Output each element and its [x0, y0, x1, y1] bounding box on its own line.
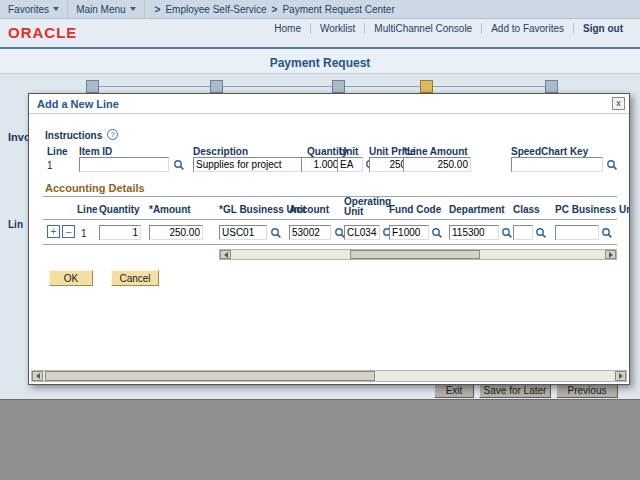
- page-title: Payment Request: [270, 56, 371, 70]
- exit-button[interactable]: Exit: [434, 384, 474, 398]
- col-header-class: Class: [513, 204, 540, 215]
- add-new-line-dialog: Add a New Line x Instructions ? Line Ite…: [28, 93, 630, 385]
- scroll-left-button[interactable]: [220, 250, 231, 259]
- item-id-label: Item ID: [79, 146, 112, 157]
- instructions-label: Instructions: [45, 130, 102, 141]
- multichannel-console-link[interactable]: MultiChannel Console: [365, 23, 482, 34]
- grid-header-border: [43, 219, 617, 220]
- header-links: Home Worklist MultiChannel Console Add t…: [265, 23, 632, 34]
- col-header-department: Department: [449, 204, 505, 215]
- oracle-logo: ORACLE: [8, 24, 77, 41]
- speedchart-lookup-icon[interactable]: [605, 157, 619, 172]
- wizard-step-1: [86, 80, 99, 93]
- triangle-left-icon: [224, 252, 228, 258]
- dialog-divider: [29, 113, 629, 114]
- add-row-button[interactable]: +: [47, 225, 60, 238]
- background-section-label: Invo: [8, 131, 30, 143]
- department-lookup-icon[interactable]: [500, 225, 514, 240]
- delete-row-button[interactable]: –: [62, 225, 75, 238]
- chevron-down-icon: [130, 7, 136, 11]
- help-icon[interactable]: ?: [107, 129, 118, 140]
- favorites-label: Favorites: [8, 4, 49, 15]
- save-for-later-button[interactable]: Save for Later: [479, 384, 551, 398]
- wizard-step-4-active: [420, 80, 433, 93]
- triangle-right-icon: [609, 252, 613, 258]
- screen: Favorites Main Menu > Employee Self-Serv…: [0, 0, 640, 480]
- title-band: Payment Request: [0, 49, 640, 74]
- line-number-value: 1: [47, 160, 53, 171]
- background-label: Lin: [8, 219, 23, 230]
- dialog-title: Add a New Line: [37, 98, 119, 110]
- row-fund-code-field[interactable]: [389, 225, 429, 240]
- description-label: Description: [193, 146, 248, 157]
- row-gl-business-unit-field[interactable]: [219, 225, 267, 240]
- add-to-favorites-link[interactable]: Add to Favorites: [482, 23, 574, 34]
- line-label: Line: [47, 146, 68, 157]
- line-amount-label: *Line Amount: [403, 146, 468, 157]
- col-header-fund-code: Fund Code: [389, 204, 441, 215]
- class-lookup-icon[interactable]: [534, 225, 548, 240]
- col-header-operating-unit: Operating Unit: [344, 197, 390, 217]
- wizard-step-2: [210, 80, 223, 93]
- grid-bottom-border: [43, 244, 617, 245]
- grid-top-border: [43, 196, 617, 197]
- scrollbar-thumb[interactable]: [350, 250, 480, 259]
- item-id-lookup-icon[interactable]: [172, 157, 186, 172]
- wizard-step-5: [545, 80, 558, 93]
- chevron-down-icon: [53, 7, 59, 11]
- triangle-left-icon: [36, 373, 40, 379]
- col-header-account: Account: [289, 204, 329, 215]
- wizard-line: [92, 86, 552, 87]
- worklist-link[interactable]: Worklist: [311, 23, 365, 34]
- unit-field[interactable]: [337, 157, 363, 172]
- row-line-number: 1: [81, 228, 87, 239]
- breadcrumb-payment-request-center[interactable]: Payment Request Center: [282, 4, 394, 15]
- previous-button[interactable]: Previous: [556, 384, 618, 398]
- main-menu-label: Main Menu: [76, 4, 125, 15]
- sign-out-link[interactable]: Sign out: [574, 23, 632, 34]
- dialog-horizontal-scrollbar[interactable]: [31, 370, 627, 382]
- grid-horizontal-scrollbar[interactable]: [219, 249, 617, 260]
- row-department-field[interactable]: [449, 225, 499, 240]
- close-icon[interactable]: x: [612, 97, 625, 110]
- row-class-field[interactable]: [513, 225, 533, 240]
- col-header-pc-business-unit: PC Business Unit: [555, 204, 630, 215]
- triangle-right-icon: [619, 373, 623, 379]
- col-header-quantity: Quantity: [99, 204, 140, 215]
- gl-business-unit-lookup-icon[interactable]: [269, 225, 283, 240]
- speedchart-key-field[interactable]: [511, 157, 603, 172]
- item-id-field[interactable]: [79, 157, 169, 172]
- row-account-field[interactable]: [289, 225, 331, 240]
- fund-code-lookup-icon[interactable]: [430, 225, 444, 240]
- scroll-left-button[interactable]: [32, 371, 43, 381]
- breadcrumb-employee-self-service[interactable]: Employee Self-Service: [165, 4, 266, 15]
- col-header-line: Line: [77, 204, 98, 215]
- favorites-menu[interactable]: Favorites: [0, 0, 68, 18]
- main-menu[interactable]: Main Menu: [68, 0, 144, 18]
- home-link[interactable]: Home: [265, 23, 311, 34]
- breadcrumb-separator: >: [272, 4, 278, 15]
- breadcrumb-separator: >: [155, 4, 161, 15]
- pc-business-unit-lookup-icon[interactable]: [600, 225, 614, 240]
- row-pc-business-unit-field[interactable]: [555, 225, 599, 240]
- menu-bar: Favorites Main Menu > Employee Self-Serv…: [0, 0, 640, 19]
- scroll-right-button[interactable]: [605, 250, 616, 259]
- ok-button[interactable]: OK: [49, 270, 93, 286]
- row-quantity-field[interactable]: [99, 225, 141, 240]
- page-header: ORACLE Home Worklist MultiChannel Consol…: [0, 19, 640, 47]
- cancel-button[interactable]: Cancel: [111, 270, 159, 286]
- scrollbar-thumb[interactable]: [45, 371, 375, 381]
- breadcrumb: > Employee Self-Service > Payment Reques…: [145, 4, 395, 15]
- unit-label: Unit: [339, 146, 358, 157]
- speedchart-key-label: SpeedChart Key: [511, 146, 588, 157]
- line-amount-field[interactable]: [403, 157, 471, 172]
- scroll-right-button[interactable]: [615, 371, 626, 381]
- col-header-amount: *Amount: [149, 204, 191, 215]
- wizard-step-3: [332, 80, 345, 93]
- row-amount-field[interactable]: [149, 225, 203, 240]
- accounting-details-header: Accounting Details: [45, 182, 145, 194]
- row-operating-unit-field[interactable]: [344, 225, 380, 240]
